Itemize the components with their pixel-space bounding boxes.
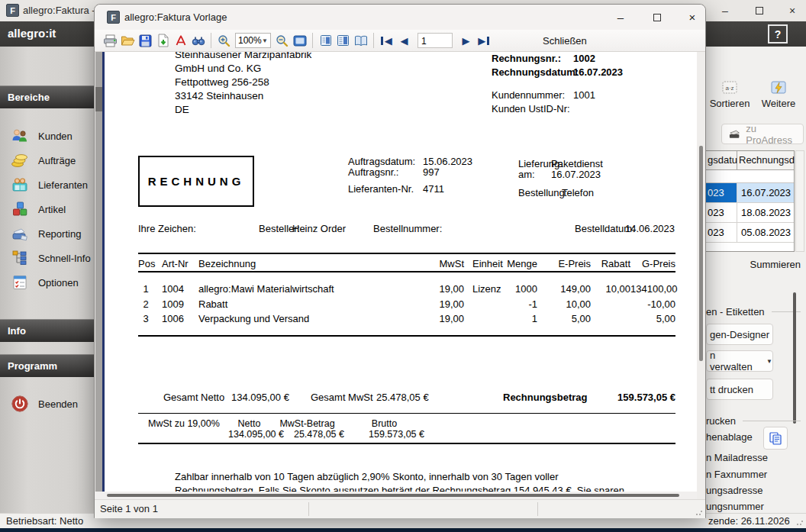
horizontal-scrollbar-thumb[interactable] — [107, 494, 679, 497]
open-button[interactable] — [119, 33, 137, 49]
schliessen-button[interactable]: Schließen — [543, 35, 587, 47]
option-faxnummer[interactable]: n Faxnummer — [706, 469, 767, 480]
sidebar-item-optionen[interactable]: Optionen — [0, 270, 94, 295]
resize-grip[interactable] — [695, 508, 703, 516]
cell-invoice-date[interactable]: 16.07.2023 — [737, 183, 794, 202]
cell-date[interactable]: 023 — [706, 183, 737, 202]
first-page-button[interactable]: ◀ — [378, 36, 395, 46]
export-button[interactable] — [154, 33, 172, 49]
last-page-icon — [487, 37, 489, 45]
cell-date[interactable]: 023 — [706, 223, 737, 242]
main-minimize-button[interactable]: – — [710, 0, 740, 21]
customers-icon — [11, 127, 29, 145]
table-scrollbar[interactable] — [795, 150, 804, 252]
pdf-export-button[interactable] — [172, 33, 189, 49]
preview-titlebar[interactable]: F allegro:Faktura Vorlage – × — [95, 5, 705, 30]
filter-row[interactable] — [706, 170, 794, 183]
etiketten-group-title: en - Etiketten — [706, 306, 765, 318]
table-row[interactable]: 023 18.08.2023 — [706, 203, 794, 223]
column-header[interactable]: Rechnungsd — [737, 151, 794, 169]
sidebar-item-schnell-info[interactable]: Schnell-Info — [0, 246, 94, 270]
vertical-scrollbar-thumb[interactable] — [699, 146, 703, 361]
reporting-icon — [11, 224, 29, 243]
col-mwst: MwSt — [418, 258, 464, 269]
verwalten-dropdown[interactable]: n verwalten ▼ — [706, 350, 773, 372]
gesamt-mwst-label: Gesamt MwSt — [311, 392, 373, 403]
zoom-level-dropdown[interactable]: 100% ▼ — [235, 33, 271, 48]
resize-grip[interactable] — [796, 518, 804, 526]
main-window-title: allegro:Faktura - R — [23, 5, 105, 16]
sidebar-item-kunden[interactable]: Kunden — [0, 124, 94, 148]
panel-scrollbar[interactable] — [793, 292, 796, 424]
table-row[interactable]: 023 16.07.2023 — [706, 183, 794, 203]
save-button[interactable] — [137, 33, 154, 49]
last-page-button[interactable]: ▶ — [475, 36, 492, 46]
cell-invoice-date[interactable]: 18.08.2023 — [737, 203, 794, 222]
sidebar-section-info[interactable]: Info — [0, 319, 94, 342]
table-row[interactable]: 023 05.08.2023 — [706, 223, 794, 243]
next-page-button[interactable]: ▶ — [457, 36, 475, 46]
sidebar-section-programm[interactable]: Programm — [0, 354, 94, 377]
cell-menge: -1 — [507, 298, 537, 310]
print-button[interactable] — [102, 33, 119, 49]
drucken-group-title: rucken — [706, 415, 736, 427]
zoom-out-button[interactable] — [273, 33, 291, 49]
horizontal-scrollbar[interactable] — [95, 492, 697, 499]
two-page-view-button[interactable] — [334, 33, 352, 49]
order-nr-label: Auftragsnr.: — [348, 166, 398, 178]
svg-text:a·z: a·z — [725, 85, 733, 92]
main-close-button[interactable]: × — [777, 0, 806, 21]
main-maximize-button[interactable] — [744, 0, 775, 21]
proadress-button[interactable]: zu ProAdress — [721, 124, 804, 144]
help-button[interactable]: ? — [768, 24, 788, 44]
preview-close-button[interactable]: × — [676, 6, 708, 28]
gesamt-netto-value: 134.095,00 € — [231, 392, 289, 403]
summieren-label[interactable]: Summieren — [706, 259, 801, 270]
tax-brutto-value: 159.573,05 € — [344, 429, 424, 440]
left-scrollbar-thumb[interactable] — [95, 87, 102, 111]
col-gpreis: G-Preis — [630, 258, 675, 269]
quick-info-icon — [11, 249, 29, 267]
cell-invoice-date[interactable]: 05.08.2023 — [737, 223, 794, 242]
more-button[interactable]: Weitere — [756, 80, 801, 120]
sort-button[interactable]: a·z Sortieren — [708, 80, 752, 120]
search-button[interactable] — [189, 33, 207, 49]
designer-button[interactable]: gen-Designer — [706, 324, 773, 345]
tax-table-header: MwSt zu 19,00% Netto MwSt-Betrag Brutto — [148, 418, 469, 429]
orders-table-header[interactable]: gsdatu Rechnungsd — [706, 151, 794, 170]
window-bottom-edge — [0, 528, 806, 532]
sender-address: Steinhausener Marzipanfabrik GmbH und Co… — [175, 52, 311, 117]
maximize-icon — [653, 14, 661, 21]
sidebar-item-beenden[interactable]: Beenden — [0, 392, 94, 416]
book-view-button[interactable] — [352, 33, 369, 49]
ihre-zeichen-label: Ihre Zeichen: — [138, 223, 196, 234]
etikett-drucken-button[interactable]: tt drucken — [706, 379, 773, 400]
app-icon: F — [6, 4, 19, 17]
column-header[interactable]: gsdatu — [706, 151, 737, 169]
page-layout-button[interactable] — [317, 33, 334, 49]
page-number-input[interactable] — [418, 33, 453, 48]
sidebar-item-auftraege[interactable]: Aufträge — [0, 148, 94, 172]
previous-page-button[interactable]: ◀ — [395, 36, 413, 46]
statusbar-divider — [308, 502, 309, 516]
proadress-printer-icon — [728, 129, 741, 140]
option-mailadresse[interactable]: n Mailadresse — [706, 452, 768, 463]
option-rechnungsnummer[interactable]: ungsnummer — [706, 501, 764, 512]
invoice-nr-label: Rechnungsnr.: — [492, 53, 561, 64]
vertical-scrollbar[interactable] — [697, 52, 705, 499]
zoom-in-button[interactable] — [215, 33, 233, 49]
minimize-icon: – — [722, 5, 728, 17]
full-page-view-button[interactable] — [291, 33, 308, 49]
left-scrollbar-track[interactable] — [95, 52, 102, 499]
sidebar-item-lieferanten[interactable]: Lieferanten — [0, 172, 94, 197]
copy-to-clipboard-button[interactable] — [763, 427, 788, 450]
col-bezeichnung: Bezeichnung — [190, 258, 418, 269]
preview-minimize-button[interactable]: – — [604, 6, 637, 28]
sidebar-item-artikel[interactable]: Artikel — [0, 197, 94, 221]
preview-maximize-button[interactable] — [641, 6, 673, 28]
cell-date[interactable]: 023 — [706, 203, 737, 222]
rechnungsbetrag-label: Rechnungsbetrag — [503, 392, 588, 403]
sidebar-item-reporting[interactable]: Reporting — [0, 221, 94, 246]
zwischenablage-label[interactable]: henablage — [706, 431, 753, 443]
option-rechnungsadresse[interactable]: ungsadresse — [706, 485, 762, 496]
